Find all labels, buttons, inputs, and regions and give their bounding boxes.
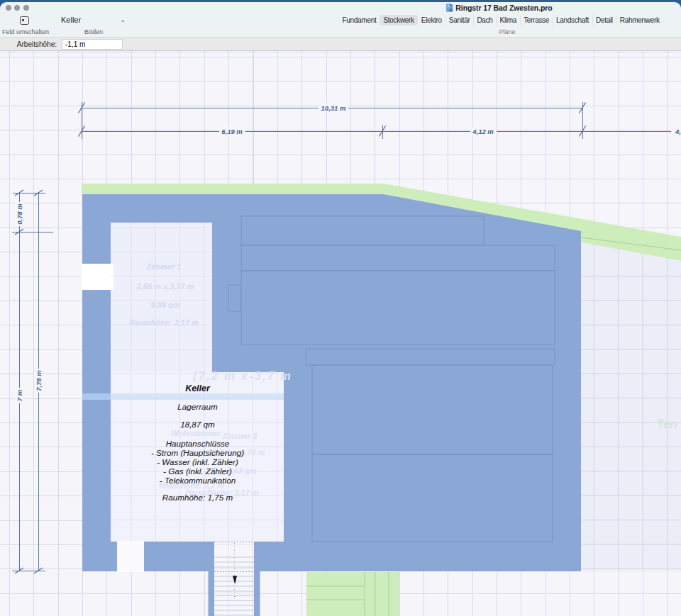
svg-text:Hauptanschlüsse: Hauptanschlüsse	[166, 439, 230, 448]
svg-text:Zimmer 1: Zimmer 1	[146, 262, 182, 271]
svg-text:Raumhöhe: 1,75 m: Raumhöhe: 1,75 m	[162, 493, 233, 502]
svg-text:Raumhöhe: 2,17 m: Raumhöhe: 2,17 m	[129, 318, 199, 327]
svg-text:Terr: Terr	[657, 418, 679, 430]
svg-text:7,78 m: 7,78 m	[35, 370, 43, 391]
svg-text:- Gas (inkl. Zähler): - Gas (inkl. Zähler)	[163, 466, 232, 476]
svg-text:18,87 qm: 18,87 qm	[180, 420, 215, 429]
svg-text:6,19 m: 6,19 m	[221, 128, 243, 135]
svg-text:2,65 m x 3,77 m: 2,65 m x 3,77 m	[136, 282, 194, 291]
svg-text:- Wasser (inkl. Zähler): - Wasser (inkl. Zähler)	[157, 457, 238, 466]
svg-text:0,78 m: 0,78 m	[16, 203, 23, 225]
svg-text:9,99 qm: 9,99 qm	[151, 301, 180, 309]
svg-text:4,12 m: 4,12 m	[472, 128, 494, 135]
svg-text:10,31 m: 10,31 m	[321, 104, 346, 112]
svg-text:Wohnzimmer: Wohnzimmer	[172, 429, 221, 437]
svg-text:4,: 4,	[675, 128, 681, 135]
svg-text:- Strom (Hauptsicherung): - Strom (Hauptsicherung)	[151, 448, 244, 457]
svg-text:(7,2 m x-3,7 m: (7,2 m x-3,7 m	[193, 369, 292, 382]
svg-text:Keller: Keller	[185, 383, 211, 393]
svg-text:7 m: 7 m	[16, 389, 23, 401]
svg-text:Lagerraum: Lagerraum	[177, 402, 218, 411]
svg-text:- Telekommunikation: - Telekommunikation	[160, 476, 236, 485]
